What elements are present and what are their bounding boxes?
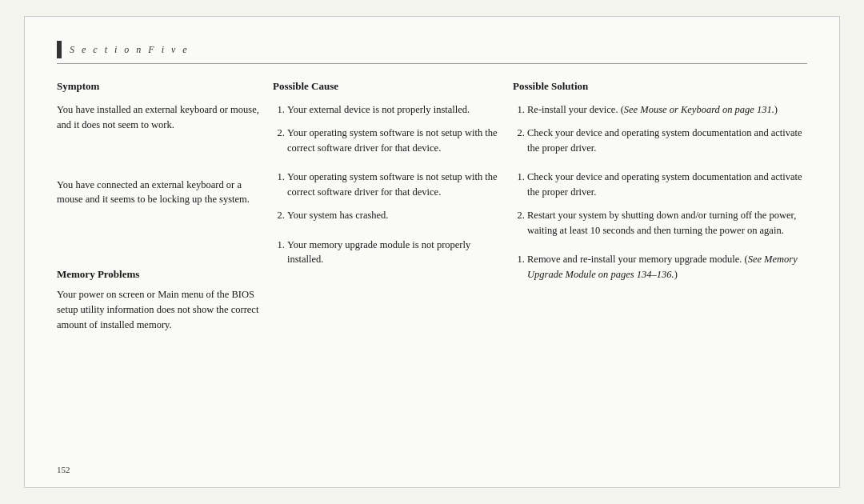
solution-column-header: Possible Solution — [513, 80, 807, 93]
solution-2-1: Check your device and operating system d… — [527, 170, 807, 200]
solution-group-1: Re-install your device. (See Mouse or Ke… — [513, 102, 807, 155]
cause-2-2: Your system has crashed. — [287, 208, 501, 223]
symptom-row-1: You have installed an external keyboard … — [57, 102, 261, 133]
header-accent-line — [57, 41, 62, 58]
symptom-column: Symptom You have installed an external k… — [57, 80, 273, 345]
memory-symptom: Your power on screen or Main menu of the… — [57, 287, 261, 332]
solution-group-2: Check your device and operating system d… — [513, 170, 807, 238]
memory-solution-italic: See Memory Upgrade Module on pages 134–1… — [527, 254, 798, 280]
solution-1-1-italic: See Mouse or Keyboard on page 131. — [624, 104, 774, 115]
solution-1-2: Check your device and operating system d… — [527, 126, 807, 156]
symptom-column-header: Symptom — [57, 80, 261, 93]
memory-solution-1: Remove and re-install your memory upgrad… — [527, 252, 807, 282]
content-area: Symptom You have installed an external k… — [57, 80, 807, 345]
solution-column: Possible Solution Re-install your device… — [513, 80, 807, 345]
cause-column: Possible Cause Your external device is n… — [273, 80, 513, 345]
solution-2-2: Restart your system by shutting down and… — [527, 208, 807, 238]
cause-2-1: Your operating system software is not se… — [287, 170, 501, 200]
memory-section-header: Memory Problems — [57, 268, 261, 281]
solution-group-memory: Remove and re-install your memory upgrad… — [513, 252, 807, 282]
memory-cause-1: Your memory upgrade module is not proper… — [287, 238, 501, 268]
section-title: S e c t i o n F i v e — [70, 44, 190, 56]
cause-1-1: Your external device is not properly ins… — [287, 102, 501, 118]
page: S e c t i o n F i v e Symptom You have i… — [24, 16, 840, 488]
cause-group-memory: Your memory upgrade module is not proper… — [273, 238, 501, 268]
page-header: S e c t i o n F i v e — [57, 41, 807, 64]
page-number: 152 — [57, 465, 70, 474]
gap-2 — [57, 220, 261, 268]
cause-column-header: Possible Cause — [273, 80, 501, 93]
cause-group-2: Your operating system software is not se… — [273, 170, 501, 222]
gap-1 — [57, 146, 261, 178]
cause-1-2: Your operating system software is not se… — [287, 126, 501, 156]
cause-group-1: Your external device is not properly ins… — [273, 102, 501, 155]
symptom-row-2: You have connected an external keyboard … — [57, 178, 261, 208]
solution-1-1: Re-install your device. (See Mouse or Ke… — [527, 102, 807, 118]
